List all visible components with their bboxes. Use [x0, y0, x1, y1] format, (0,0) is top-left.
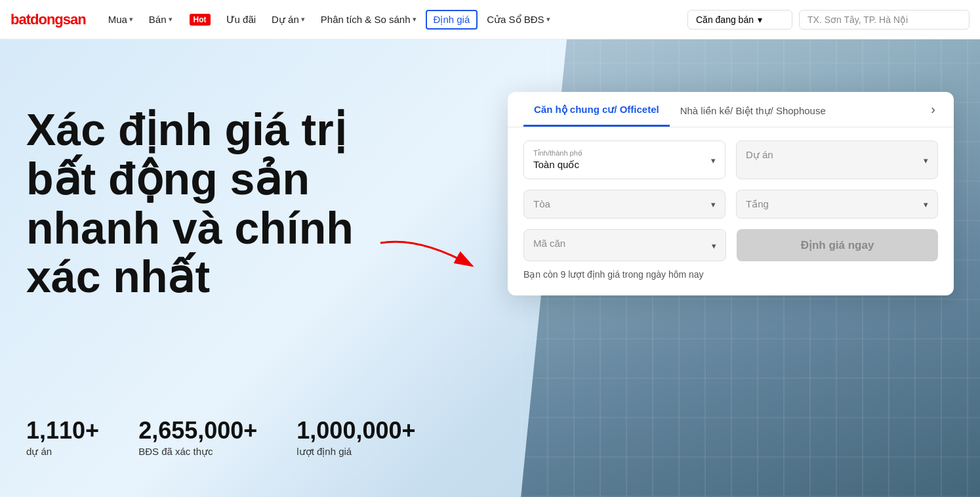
- tab-can-ho[interactable]: Căn hộ chung cư/ Officetel: [523, 92, 670, 127]
- location-search[interactable]: TX. Sơn Tây, TP. Hà Nội: [799, 10, 970, 30]
- chevron-down-icon: ▾: [712, 240, 716, 250]
- tang-select[interactable]: Tầng ▾: [736, 190, 938, 219]
- stat-bds: 2,655,000+ BĐS đã xác thực: [138, 417, 257, 458]
- du-an-select[interactable]: Dự án ▾: [736, 140, 938, 179]
- stat-du-an: 1,110+ dự án: [26, 417, 99, 458]
- panel-tabs: Căn hộ chung cư/ Officetel Nhà liền kề/ …: [508, 92, 954, 127]
- navbar: batdongsan Mua ▾ Bán ▾ Hot Ưu đãi Dự án …: [0, 0, 980, 39]
- nav-du-an[interactable]: Dự án ▾: [265, 10, 312, 30]
- chevron-down-icon: ▾: [301, 15, 305, 24]
- ma-can-select[interactable]: Mã căn ▾: [523, 229, 726, 261]
- tab-nha-lien-ke[interactable]: Nhà liền kề/ Biệt thự/ Shophouse: [670, 93, 836, 126]
- valuation-note: Bạn còn 9 lượt định giá trong ngày hôm n…: [508, 261, 954, 280]
- nav-uu-dai[interactable]: Ưu đãi: [220, 10, 263, 30]
- chevron-down-icon: ▾: [758, 14, 762, 25]
- nav-cua-so-bds[interactable]: Cửa Sổ BĐS ▾: [480, 10, 556, 30]
- toa-select[interactable]: Tòa ▾: [523, 190, 725, 219]
- hero-section: Xác định giá trị bất động sản nhanh và c…: [0, 39, 980, 497]
- chevron-down-icon: ▾: [169, 15, 173, 24]
- form-row-3: Mã căn ▾ Định giá ngay: [523, 229, 938, 261]
- nav-mua[interactable]: Mua ▾: [102, 10, 140, 29]
- valuation-panel: Căn hộ chung cư/ Officetel Nhà liền kề/ …: [508, 92, 954, 295]
- chevron-down-icon: ▾: [711, 200, 716, 209]
- chevron-down-icon: ▾: [546, 15, 550, 24]
- chevron-down-icon: ▾: [129, 15, 133, 24]
- stat-luot: 1,000,000+ lượt định giá: [296, 417, 415, 458]
- nav-ban[interactable]: Bán ▾: [142, 10, 179, 29]
- nav-hot[interactable]: Hot: [182, 10, 217, 30]
- logo: batdongsan: [10, 11, 86, 28]
- hero-title: Xác định giá trị bất động sản nhanh và c…: [0, 105, 426, 301]
- valuation-form: Tỉnh/thành phố Toàn quốc ▾ Dự án ▾ Tòa ▾…: [508, 127, 954, 261]
- dinh-gia-button[interactable]: Định giá ngay: [737, 229, 938, 261]
- nav-dinh-gia[interactable]: Định giá: [426, 10, 478, 30]
- chevron-down-icon: ▾: [413, 15, 417, 24]
- hero-stats: 1,110+ dự án 2,655,000+ BĐS đã xác thực …: [0, 417, 442, 458]
- can-dang-ban-select[interactable]: Căn đang bán ▾: [687, 10, 792, 30]
- nav-right: Căn đang bán ▾ TX. Sơn Tây, TP. Hà Nội: [687, 10, 970, 30]
- chevron-down-icon: ▾: [924, 155, 928, 165]
- form-row-2: Tòa ▾ Tầng ▾: [523, 190, 938, 219]
- tinh-thanh-select[interactable]: Tỉnh/thành phố Toàn quốc ▾: [523, 140, 725, 179]
- tab-more-icon[interactable]: ›: [928, 93, 938, 126]
- chevron-down-icon: ▾: [711, 155, 716, 165]
- form-row-1: Tỉnh/thành phố Toàn quốc ▾ Dự án ▾: [523, 140, 938, 179]
- nav-items: Mua ▾ Bán ▾ Hot Ưu đãi Dự án ▾ Phân tích…: [102, 10, 687, 30]
- nav-phan-tich[interactable]: Phân tích & So sánh ▾: [314, 10, 423, 29]
- chevron-down-icon: ▾: [924, 200, 928, 209]
